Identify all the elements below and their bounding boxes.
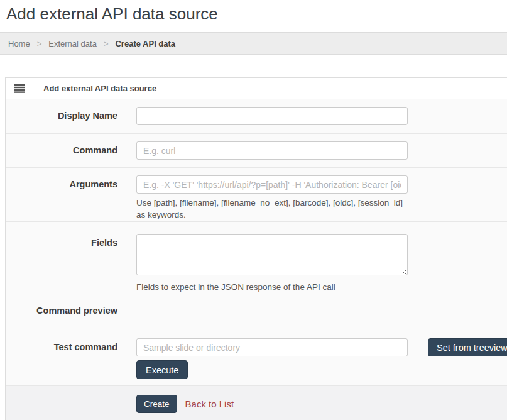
display-name-label: Display Name: [6, 107, 117, 133]
fields-label: Fields: [6, 234, 117, 294]
hamburger-icon: [14, 84, 25, 93]
breadcrumb-separator-icon: >: [37, 39, 42, 48]
test-command-row: Test command Set from treeview Execute: [6, 329, 507, 386]
page: Add external API data source Home > Exte…: [0, 0, 507, 420]
fields-textarea[interactable]: [136, 234, 408, 275]
back-to-list-link[interactable]: Back to List: [185, 399, 234, 409]
fields-help-text: Fields to expect in the JSON response of…: [136, 281, 408, 293]
arguments-label: Arguments: [6, 175, 117, 221]
panel-title: Add external API data source: [33, 78, 156, 99]
fields-row: Fields Fields to expect in the JSON resp…: [6, 222, 507, 294]
execute-button[interactable]: Execute: [136, 360, 188, 379]
command-input[interactable]: [136, 141, 408, 160]
breadcrumb: Home > External data > Create API data: [0, 32, 507, 55]
test-command-input[interactable]: [136, 338, 408, 356]
arguments-row: Arguments Use [path], [filename], [filen…: [6, 168, 507, 222]
command-label: Command: [6, 141, 117, 167]
panel-menu-button[interactable]: [6, 78, 33, 99]
command-row: Command: [6, 134, 507, 168]
breadcrumb-separator-icon: >: [104, 39, 109, 48]
page-title: Add external API data source: [0, 0, 507, 32]
display-name-row: Display Name: [6, 99, 507, 134]
command-preview-row: Command preview: [6, 294, 507, 329]
display-name-input[interactable]: [136, 107, 408, 125]
breadcrumb-item-external-data[interactable]: External data: [48, 39, 97, 48]
set-from-treeview-button[interactable]: Set from treeview: [428, 338, 507, 356]
arguments-help-text: Use [path], [filename], [filename_no_ext…: [136, 197, 408, 221]
breadcrumb-item-current: Create API data: [115, 39, 175, 48]
command-preview-value: [136, 302, 408, 329]
panel-footer: Create Back to List: [6, 386, 507, 420]
panel-header: Add external API data source: [6, 78, 507, 99]
command-preview-label: Command preview: [6, 302, 117, 329]
create-button[interactable]: Create: [136, 395, 177, 413]
arguments-input[interactable]: [136, 175, 408, 194]
test-command-label: Test command: [6, 338, 117, 385]
breadcrumb-item-home[interactable]: Home: [8, 39, 30, 48]
form-panel: Add external API data source Display Nam…: [5, 77, 507, 420]
